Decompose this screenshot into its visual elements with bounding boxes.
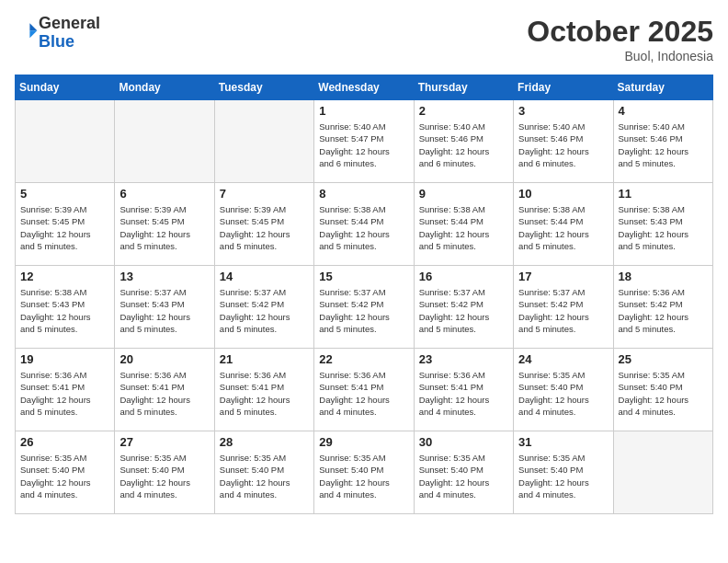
day-info: Sunrise: 5:38 AM Sunset: 5:43 PM Dayligh… xyxy=(619,203,708,252)
day-number: 15 xyxy=(319,270,408,283)
day-number: 1 xyxy=(319,104,408,118)
calendar-cell: 16Sunrise: 5:37 AM Sunset: 5:42 PM Dayli… xyxy=(414,266,513,349)
calendar-cell xyxy=(613,431,712,514)
calendar-cell: 27Sunrise: 5:35 AM Sunset: 5:40 PM Dayli… xyxy=(115,431,214,514)
day-number: 13 xyxy=(119,270,209,283)
day-number: 18 xyxy=(619,270,708,283)
calendar-cell: 25Sunrise: 5:35 AM Sunset: 5:40 PM Dayli… xyxy=(613,349,712,431)
day-number: 3 xyxy=(518,104,608,118)
title-block: October 2025 Buol, Indonesia xyxy=(527,15,713,63)
day-info: Sunrise: 5:35 AM Sunset: 5:40 PM Dayligh… xyxy=(20,452,109,500)
calendar-cell: 17Sunrise: 5:37 AM Sunset: 5:42 PM Dayli… xyxy=(514,266,613,349)
day-number: 22 xyxy=(319,352,408,366)
svg-marker-1 xyxy=(29,30,37,38)
column-header-sunday: Sunday xyxy=(16,75,115,100)
calendar-cell: 10Sunrise: 5:38 AM Sunset: 5:44 PM Dayli… xyxy=(514,183,613,266)
column-header-saturday: Saturday xyxy=(613,75,712,100)
day-number: 12 xyxy=(20,270,109,283)
day-info: Sunrise: 5:37 AM Sunset: 5:42 PM Dayligh… xyxy=(220,286,309,335)
day-info: Sunrise: 5:37 AM Sunset: 5:43 PM Dayligh… xyxy=(119,286,209,335)
week-row-5: 26Sunrise: 5:35 AM Sunset: 5:40 PM Dayli… xyxy=(16,431,713,514)
day-number: 27 xyxy=(119,435,209,449)
calendar-cell: 15Sunrise: 5:37 AM Sunset: 5:42 PM Dayli… xyxy=(314,266,414,349)
day-info: Sunrise: 5:37 AM Sunset: 5:42 PM Dayligh… xyxy=(319,286,408,335)
day-info: Sunrise: 5:36 AM Sunset: 5:41 PM Dayligh… xyxy=(20,369,109,418)
calendar-cell: 20Sunrise: 5:36 AM Sunset: 5:41 PM Dayli… xyxy=(115,349,214,431)
calendar-cell xyxy=(115,100,214,183)
day-info: Sunrise: 5:39 AM Sunset: 5:45 PM Dayligh… xyxy=(220,203,309,252)
day-number: 6 xyxy=(119,187,209,201)
day-info: Sunrise: 5:38 AM Sunset: 5:44 PM Dayligh… xyxy=(419,203,508,252)
day-info: Sunrise: 5:36 AM Sunset: 5:41 PM Dayligh… xyxy=(119,369,209,418)
day-number: 16 xyxy=(419,270,508,283)
day-info: Sunrise: 5:35 AM Sunset: 5:40 PM Dayligh… xyxy=(518,452,608,500)
column-header-monday: Monday xyxy=(115,75,214,100)
calendar-table: SundayMondayTuesdayWednesdayThursdayFrid… xyxy=(15,75,713,514)
column-header-friday: Friday xyxy=(514,75,613,100)
day-number: 7 xyxy=(220,187,309,201)
day-number: 10 xyxy=(518,187,608,201)
calendar-cell: 5Sunrise: 5:39 AM Sunset: 5:45 PM Daylig… xyxy=(16,183,115,266)
column-header-tuesday: Tuesday xyxy=(214,75,313,100)
logo-blue-text: Blue xyxy=(39,32,74,51)
calendar-cell: 22Sunrise: 5:36 AM Sunset: 5:41 PM Dayli… xyxy=(314,349,414,431)
day-info: Sunrise: 5:36 AM Sunset: 5:41 PM Dayligh… xyxy=(220,369,309,418)
calendar-cell xyxy=(16,100,115,183)
day-info: Sunrise: 5:36 AM Sunset: 5:42 PM Dayligh… xyxy=(619,286,708,335)
calendar-cell: 3Sunrise: 5:40 AM Sunset: 5:46 PM Daylig… xyxy=(514,100,613,183)
day-number: 19 xyxy=(20,352,109,366)
day-info: Sunrise: 5:38 AM Sunset: 5:44 PM Dayligh… xyxy=(518,203,608,252)
day-info: Sunrise: 5:40 AM Sunset: 5:46 PM Dayligh… xyxy=(619,121,708,169)
day-info: Sunrise: 5:36 AM Sunset: 5:41 PM Dayligh… xyxy=(319,369,408,418)
location-subtitle: Buol, Indonesia xyxy=(527,49,713,63)
calendar-cell: 19Sunrise: 5:36 AM Sunset: 5:41 PM Dayli… xyxy=(16,349,115,431)
svg-marker-0 xyxy=(29,23,37,30)
month-title: October 2025 xyxy=(527,15,713,49)
page-header: General Blue October 2025 Buol, Indonesi… xyxy=(15,15,713,63)
calendar-cell: 29Sunrise: 5:35 AM Sunset: 5:40 PM Dayli… xyxy=(314,431,414,514)
day-info: Sunrise: 5:39 AM Sunset: 5:45 PM Dayligh… xyxy=(20,203,109,252)
day-number: 4 xyxy=(619,104,708,118)
day-info: Sunrise: 5:40 AM Sunset: 5:46 PM Dayligh… xyxy=(518,121,608,169)
calendar-cell: 23Sunrise: 5:36 AM Sunset: 5:41 PM Dayli… xyxy=(414,349,513,431)
logo-general-text: General xyxy=(39,14,100,32)
calendar-cell: 8Sunrise: 5:38 AM Sunset: 5:44 PM Daylig… xyxy=(314,183,414,266)
calendar-cell: 6Sunrise: 5:39 AM Sunset: 5:45 PM Daylig… xyxy=(115,183,214,266)
week-row-1: 1Sunrise: 5:40 AM Sunset: 5:47 PM Daylig… xyxy=(16,100,713,183)
calendar-cell: 9Sunrise: 5:38 AM Sunset: 5:44 PM Daylig… xyxy=(414,183,513,266)
day-number: 2 xyxy=(419,104,508,118)
week-row-2: 5Sunrise: 5:39 AM Sunset: 5:45 PM Daylig… xyxy=(16,183,713,266)
calendar-cell: 31Sunrise: 5:35 AM Sunset: 5:40 PM Dayli… xyxy=(514,431,613,514)
day-info: Sunrise: 5:35 AM Sunset: 5:40 PM Dayligh… xyxy=(119,452,209,500)
day-info: Sunrise: 5:35 AM Sunset: 5:40 PM Dayligh… xyxy=(419,452,508,500)
calendar-header-row: SundayMondayTuesdayWednesdayThursdayFrid… xyxy=(16,75,713,100)
day-number: 8 xyxy=(319,187,408,201)
day-info: Sunrise: 5:36 AM Sunset: 5:41 PM Dayligh… xyxy=(419,369,508,418)
calendar-cell: 28Sunrise: 5:35 AM Sunset: 5:40 PM Dayli… xyxy=(214,431,313,514)
week-row-4: 19Sunrise: 5:36 AM Sunset: 5:41 PM Dayli… xyxy=(16,349,713,431)
day-number: 20 xyxy=(119,352,209,366)
day-info: Sunrise: 5:35 AM Sunset: 5:40 PM Dayligh… xyxy=(319,452,408,500)
day-number: 25 xyxy=(619,352,708,366)
calendar-cell: 7Sunrise: 5:39 AM Sunset: 5:45 PM Daylig… xyxy=(214,183,313,266)
calendar-cell xyxy=(214,100,313,183)
day-info: Sunrise: 5:35 AM Sunset: 5:40 PM Dayligh… xyxy=(220,452,309,500)
calendar-cell: 12Sunrise: 5:38 AM Sunset: 5:43 PM Dayli… xyxy=(16,266,115,349)
calendar-cell: 30Sunrise: 5:35 AM Sunset: 5:40 PM Dayli… xyxy=(414,431,513,514)
calendar-cell: 2Sunrise: 5:40 AM Sunset: 5:46 PM Daylig… xyxy=(414,100,513,183)
calendar-cell: 26Sunrise: 5:35 AM Sunset: 5:40 PM Dayli… xyxy=(16,431,115,514)
column-header-thursday: Thursday xyxy=(414,75,513,100)
calendar-cell: 1Sunrise: 5:40 AM Sunset: 5:47 PM Daylig… xyxy=(314,100,414,183)
calendar-cell: 18Sunrise: 5:36 AM Sunset: 5:42 PM Dayli… xyxy=(613,266,712,349)
calendar-cell: 11Sunrise: 5:38 AM Sunset: 5:43 PM Dayli… xyxy=(613,183,712,266)
day-info: Sunrise: 5:37 AM Sunset: 5:42 PM Dayligh… xyxy=(518,286,608,335)
week-row-3: 12Sunrise: 5:38 AM Sunset: 5:43 PM Dayli… xyxy=(16,266,713,349)
day-number: 26 xyxy=(20,435,109,449)
day-info: Sunrise: 5:37 AM Sunset: 5:42 PM Dayligh… xyxy=(419,286,508,335)
day-number: 29 xyxy=(319,435,408,449)
day-info: Sunrise: 5:35 AM Sunset: 5:40 PM Dayligh… xyxy=(518,369,608,418)
day-info: Sunrise: 5:39 AM Sunset: 5:45 PM Dayligh… xyxy=(119,203,209,252)
calendar-cell: 13Sunrise: 5:37 AM Sunset: 5:43 PM Dayli… xyxy=(115,266,214,349)
day-number: 9 xyxy=(419,187,508,201)
calendar-cell: 14Sunrise: 5:37 AM Sunset: 5:42 PM Dayli… xyxy=(214,266,313,349)
